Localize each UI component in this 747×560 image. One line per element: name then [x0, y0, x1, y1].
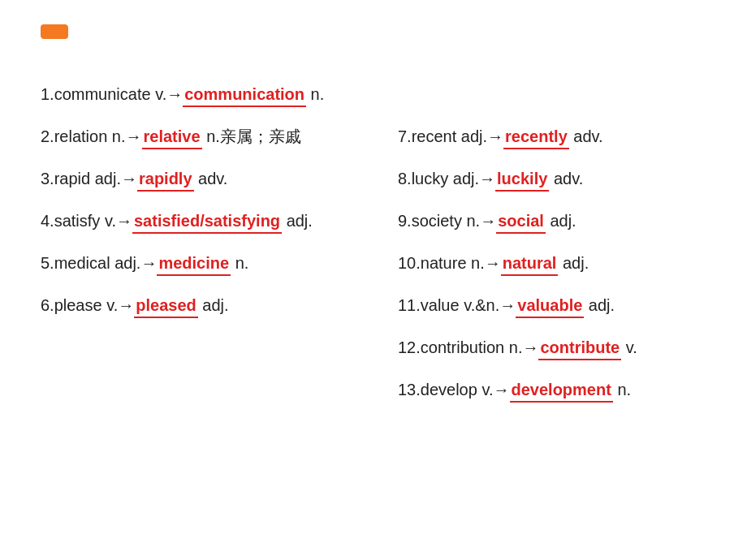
vocab-prefix: 4.satisfy v.→: [41, 212, 132, 230]
vocab-suffix: n.: [613, 381, 631, 398]
vocab-suffix: adj.: [546, 212, 576, 230]
vocab-suffix: n.: [235, 254, 249, 272]
vocab-answer: luckily: [495, 167, 549, 192]
vocab-item-right-11: 11.value v.&n.→valuable adj.: [398, 294, 706, 318]
vocab-prefix: 11.value v.&n.→: [398, 296, 516, 314]
vocab-suffix: adj.: [558, 254, 589, 272]
vocab-answer: communication: [183, 83, 306, 107]
vocab-prefix: 10.nature n.→: [398, 254, 501, 272]
vocab-prefix: 6.please v.→: [41, 296, 134, 314]
page-container: 1.communicate v.→communication n.2.relat…: [0, 0, 747, 560]
vocab-item-left-3: 3.rapid adj.→rapidly adv.: [41, 167, 349, 192]
vocab-prefix: 9.society n.→: [398, 212, 496, 230]
vocab-suffix: v.: [621, 338, 637, 356]
vocab-answer: rapidly: [137, 167, 194, 192]
vocab-suffix: adv.: [569, 127, 603, 145]
vocab-suffix: adv.: [198, 170, 227, 187]
vocab-suffix: adj.: [584, 296, 615, 314]
vocab-answer: medicine: [157, 252, 231, 276]
vocab-prefix: 13.develop v.→: [398, 381, 510, 398]
vocab-prefix: 8.lucky adj.→: [398, 170, 495, 187]
vocab-answer: development: [510, 378, 613, 403]
vocab-item-left-6: 6.please v.→pleased adj.: [41, 294, 349, 318]
title-box: [41, 24, 68, 39]
vocab-answer: contribute: [538, 336, 621, 360]
vocab-prefix: 1.communicate v.→: [41, 85, 183, 103]
vocab-prefix: 5.medical adj.→: [41, 254, 157, 272]
vocab-answer: pleased: [134, 294, 197, 318]
vocab-prefix: 12.contribution n.→: [398, 338, 538, 356]
vocab-suffix: n.亲属；亲戚: [206, 127, 301, 145]
vocab-answer: satisfied/satisfying: [132, 209, 282, 234]
vocab-answer: natural: [501, 252, 559, 276]
vocab-item-left-4: 4.satisfy v.→satisfied/satisfying adj.: [41, 209, 349, 234]
vocab-suffix: n.: [311, 85, 325, 103]
vocab-item-right-13: 13.develop v.→development n.: [398, 378, 706, 403]
vocab-item-right-9: 9.society n.→social adj.: [398, 209, 706, 234]
vocab-item-right-10: 10.nature n.→natural adj.: [398, 252, 706, 276]
vocab-answer: relative: [142, 125, 202, 149]
content-area: 1.communicate v.→communication n.2.relat…: [41, 83, 706, 420]
vocab-answer: social: [496, 209, 546, 234]
vocab-suffix: adj.: [202, 296, 228, 314]
vocab-suffix: adv.: [549, 170, 583, 187]
vocab-item-right-7: 7.recent adj.→recently adv.: [398, 125, 706, 149]
vocab-item-left-1: 1.communicate v.→communication n.: [41, 83, 349, 107]
vocab-suffix: adj.: [287, 212, 313, 230]
vocab-answer: recently: [503, 125, 569, 149]
vocab-prefix: 2.relation n.→: [41, 127, 142, 145]
vocab-item-right-8: 8.lucky adj.→luckily adv.: [398, 167, 706, 192]
right-column: 7.recent adj.→recently adv.8.lucky adj.→…: [382, 83, 706, 420]
vocab-item-right-12: 12.contribution n.→contribute v.: [398, 336, 706, 360]
vocab-answer: valuable: [516, 294, 584, 318]
left-column: 1.communicate v.→communication n.2.relat…: [41, 83, 382, 420]
vocab-prefix: 3.rapid adj.→: [41, 170, 137, 187]
vocab-item-left-5: 5.medical adj.→medicine n.: [41, 252, 349, 276]
vocab-prefix: 7.recent adj.→: [398, 127, 503, 145]
vocab-item-left-2: 2.relation n.→relative n.亲属；亲戚: [41, 125, 349, 149]
